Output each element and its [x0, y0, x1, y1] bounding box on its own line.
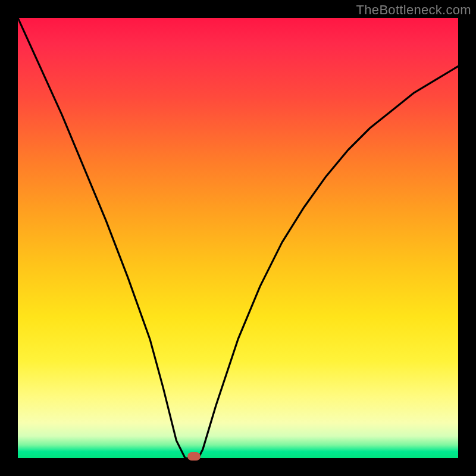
chart-frame: TheBottleneck.com [0, 0, 476, 476]
optimal-marker [187, 452, 201, 461]
plot-area [18, 18, 458, 458]
bottleneck-curve [18, 18, 458, 458]
watermark-text: TheBottleneck.com [356, 2, 471, 18]
